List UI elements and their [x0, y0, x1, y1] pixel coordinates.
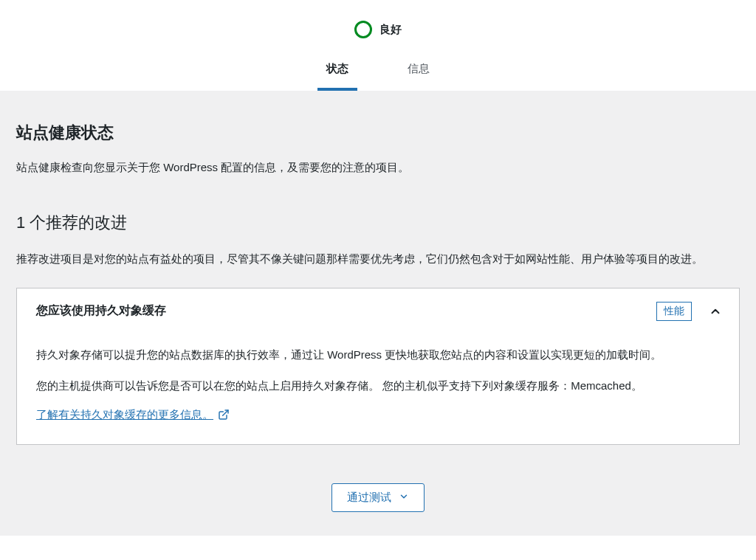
issue-paragraph-1: 持久对象存储可以提升您的站点数据库的执行效率，通过让 WordPress 更快地… — [36, 346, 720, 364]
issue-paragraph-2: 您的主机提供商可以告诉您是否可以在您的站点上启用持久对象存储。 您的主机似乎支持… — [36, 377, 720, 395]
status-label: 良好 — [379, 23, 402, 37]
header-section: 良好 状态 信息 — [0, 0, 756, 91]
learn-more-link[interactable]: 了解有关持久对象缓存的更多信息。 — [36, 408, 230, 422]
issue-card: 您应该使用持久对象缓存 性能 持久对象存储可以提升您的站点数据库的执行效率，通过… — [16, 288, 740, 445]
issue-header[interactable]: 您应该使用持久对象缓存 性能 — [17, 288, 739, 334]
content-area: 站点健康状态 站点健康检查向您显示关于您 WordPress 配置的信息，及需要… — [0, 91, 756, 536]
page-title: 站点健康状态 — [16, 122, 740, 144]
passed-section: 通过测试 — [16, 483, 740, 512]
issue-title: 您应该使用持久对象缓存 — [36, 303, 166, 319]
tab-info[interactable]: 信息 — [399, 62, 439, 91]
improvements-title: 1 个推荐的改进 — [16, 212, 740, 234]
learn-more-link-text: 了解有关持久对象缓存的更多信息。 — [36, 408, 213, 422]
passed-button-label: 通过测试 — [347, 491, 391, 505]
performance-badge: 性能 — [656, 302, 692, 321]
tab-status[interactable]: 状态 — [317, 62, 357, 91]
status-circle-icon — [354, 21, 372, 38]
passed-tests-button[interactable]: 通过测试 — [331, 483, 425, 512]
svg-line-0 — [223, 410, 228, 415]
external-link-icon — [218, 409, 230, 421]
chevron-down-icon — [399, 491, 409, 504]
chevron-up-icon — [708, 304, 723, 319]
improvements-description: 推荐改进项目是对您的站点有益处的项目，尽管其不像关键问题那样需要优先考虑，它们仍… — [16, 249, 740, 270]
issue-body: 持久对象存储可以提升您的站点数据库的执行效率，通过让 WordPress 更快地… — [17, 334, 739, 444]
issue-header-right: 性能 — [656, 302, 723, 321]
tabs-nav: 状态 信息 — [0, 62, 756, 91]
status-indicator: 良好 — [0, 21, 756, 38]
page-description: 站点健康检查向您显示关于您 WordPress 配置的信息，及需要您的注意的项目… — [16, 159, 740, 176]
